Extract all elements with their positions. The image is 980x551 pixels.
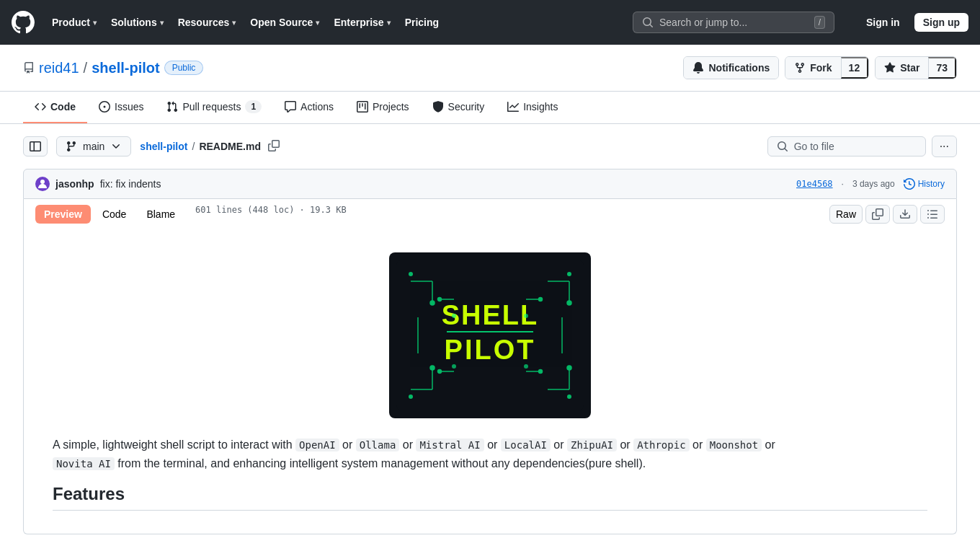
copy-content-icon	[872, 208, 883, 220]
tab-code[interactable]: Code	[23, 92, 87, 123]
file-actions: Raw	[829, 205, 945, 224]
history-link[interactable]: History	[904, 178, 945, 190]
file-info: 601 lines (448 loc) · 19.3 KB	[195, 205, 347, 224]
sidebar-icon	[30, 141, 41, 152]
commit-time: ·	[842, 179, 844, 189]
localai-code: LocalAI	[501, 438, 551, 451]
repo-logo-image: SHELL PILOT	[53, 252, 927, 418]
branch-selector[interactable]: main	[56, 136, 131, 157]
fork-label: Fork	[810, 62, 832, 74]
svg-point-7	[567, 301, 571, 305]
code-tab[interactable]: Code	[94, 205, 135, 224]
tab-actions[interactable]: Actions	[273, 92, 345, 123]
commit-info-right: 01e4568 · 3 days ago History	[796, 178, 945, 190]
main-nav: Product ▾ Solutions ▾ Resources ▾ Open S…	[46, 14, 445, 31]
nav-open-source[interactable]: Open Source ▾	[244, 14, 325, 31]
notifications-label: Notifications	[708, 62, 770, 74]
svg-point-34	[524, 364, 528, 369]
tab-pr-label: Pull requests	[182, 101, 241, 113]
avatar	[35, 177, 50, 191]
repo-name-link[interactable]: shell-pilot	[92, 60, 159, 76]
search-placeholder: Search or jump to...	[659, 17, 808, 28]
nav-resources[interactable]: Resources ▾	[172, 14, 242, 31]
sign-up-button[interactable]: Sign up	[914, 13, 968, 32]
fork-button[interactable]: Fork	[785, 57, 840, 79]
svg-text:PILOT: PILOT	[445, 335, 536, 365]
pr-icon	[166, 101, 178, 113]
star-icon	[884, 62, 896, 74]
sidebar-toggle-button[interactable]	[23, 136, 48, 157]
tab-code-label: Code	[50, 101, 76, 113]
insights-icon	[507, 101, 519, 113]
star-count[interactable]: 73	[928, 57, 956, 79]
ollama-code: Ollama	[356, 438, 400, 451]
nav-enterprise[interactable]: Enterprise ▾	[328, 14, 396, 31]
file-view-tabs: Preview Code Blame 601 lines (448 loc) ·…	[35, 205, 347, 224]
star-group: Star 73	[875, 56, 957, 79]
repo-header: reid41 / shell-pilot Public Notification…	[0, 45, 980, 92]
go-to-file-button[interactable]: Go to file	[767, 136, 926, 157]
commit-bar: jasonhp fix: fix indents 01e4568 · 3 day…	[23, 169, 957, 199]
tab-pull-requests[interactable]: Pull requests 1	[155, 92, 273, 123]
tab-projects-label: Projects	[373, 101, 409, 113]
repo-path-link[interactable]: shell-pilot	[140, 141, 187, 152]
branch-icon	[66, 141, 77, 152]
tab-security[interactable]: Security	[421, 92, 496, 123]
svg-point-29	[409, 394, 413, 399]
tab-security-label: Security	[448, 101, 485, 113]
repo-owner-link[interactable]: reid41	[39, 60, 79, 76]
tab-insights[interactable]: Insights	[496, 92, 569, 123]
star-button[interactable]: Star	[876, 57, 928, 79]
zhipuai-code: ZhipuAI	[567, 438, 617, 451]
notifications-button[interactable]: Notifications	[684, 57, 778, 79]
svg-point-27	[409, 272, 413, 276]
search-box[interactable]: Search or jump to... /	[633, 12, 834, 33]
repo-breadcrumb: reid41 / shell-pilot Public	[23, 60, 203, 76]
list-view-button[interactable]	[920, 205, 945, 224]
description-text: A simple, lightweight shell script to in…	[53, 436, 927, 472]
copy-content-button[interactable]	[865, 205, 890, 224]
svg-point-28	[567, 272, 571, 276]
commit-author: jasonhp	[55, 178, 94, 190]
branch-chevron-icon	[110, 141, 122, 152]
fork-count[interactable]: 12	[841, 57, 869, 79]
go-to-file-label: Go to file	[794, 141, 834, 152]
code-icon	[35, 101, 46, 113]
product-chevron-icon: ▾	[93, 19, 97, 27]
header-actions: Sign in Sign up	[858, 13, 968, 32]
nav-solutions[interactable]: Solutions ▾	[105, 14, 169, 31]
repo-nav: Code Issues Pull requests 1 Actions Proj…	[0, 92, 980, 124]
github-logo[interactable]	[12, 11, 35, 34]
svg-point-0	[40, 180, 45, 184]
open-source-chevron-icon: ▾	[316, 19, 319, 27]
svg-point-30	[567, 394, 571, 399]
resources-chevron-icon: ▾	[232, 19, 236, 27]
branch-name: main	[83, 141, 104, 152]
blame-tab[interactable]: Blame	[138, 205, 184, 224]
tab-issues[interactable]: Issues	[87, 92, 155, 123]
copy-path-button[interactable]	[265, 140, 282, 154]
preview-tab[interactable]: Preview	[35, 205, 91, 224]
tab-projects[interactable]: Projects	[345, 92, 421, 123]
raw-button[interactable]: Raw	[829, 205, 863, 224]
search-small-icon	[777, 141, 788, 152]
repo-visibility-badge: Public	[164, 61, 204, 75]
nav-pricing[interactable]: Pricing	[399, 14, 445, 31]
nav-product[interactable]: Product ▾	[46, 14, 102, 31]
file-tabs-bar: Preview Code Blame 601 lines (448 loc) ·…	[23, 199, 957, 229]
download-button[interactable]	[893, 205, 917, 224]
more-options-button[interactable]: ···	[932, 136, 957, 157]
moonshot-code: Moonshot	[706, 438, 762, 451]
svg-point-19	[438, 370, 442, 374]
commit-time-text: 3 days ago	[852, 179, 895, 189]
svg-point-13	[567, 366, 571, 370]
sign-in-button[interactable]: Sign in	[858, 13, 909, 32]
svg-point-32	[524, 314, 528, 318]
svg-point-33	[452, 364, 456, 369]
repo-icon	[23, 62, 35, 74]
download-icon	[899, 208, 911, 220]
file-header-right: Go to file ···	[767, 136, 957, 157]
notifications-group: Notifications	[683, 56, 779, 79]
tab-actions-label: Actions	[300, 101, 334, 113]
commit-sha-link[interactable]: 01e4568	[796, 179, 833, 189]
